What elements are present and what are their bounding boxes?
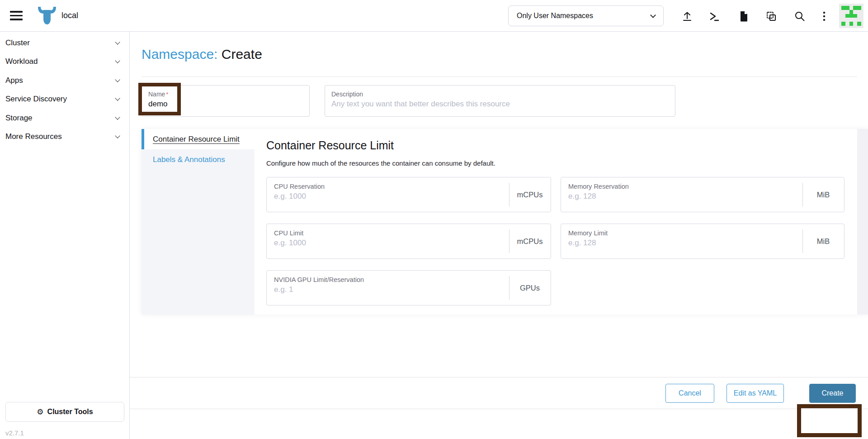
tab-labels-annotations[interactable]: Labels & Annotations [142,149,255,170]
sidebar-item-storage[interactable]: Storage [0,109,129,127]
sidebar-nav: ClusterWorkloadAppsService DiscoveryStor… [0,32,130,439]
edit-as-yaml-button[interactable]: Edit as YAML [726,384,784,403]
memory-reservation-input[interactable]: Memory Reservatione.g. 128MiB [561,177,844,212]
sidebar-item-label: More Resources [5,132,116,141]
field-placeholder: e.g. 128 [568,192,795,201]
field-placeholder: e.g. 128 [568,239,795,248]
cluster-tools-label: Cluster Tools [47,408,93,416]
top-bar: local Only User Namespaces [0,0,868,32]
chevron-down-icon [115,95,120,100]
docs-icon[interactable] [738,10,750,22]
sidebar-item-label: Workload [5,57,116,66]
title-divider [142,76,857,77]
name-input[interactable]: Name* demo [142,85,310,117]
user-avatar[interactable] [839,4,863,28]
field-placeholder: e.g. 1 [274,285,502,294]
chevron-down-icon [115,115,120,119]
nvidia-gpu-limit-reservation-input[interactable]: NVIDIA GPU Limit/Reservatione.g. 1GPUs [266,270,551,305]
description-placeholder: Any text you want that better describes … [331,100,669,109]
field-label: CPU Reservation [274,183,502,190]
upload-icon[interactable] [681,10,693,22]
page-title: Namespace: Create [142,47,262,62]
name-label: Name* [148,91,303,98]
cluster-name[interactable]: local [61,11,78,20]
page-title-resource-link[interactable]: Namespace: [142,47,217,62]
sidebar-item-service-discovery[interactable]: Service Discovery [0,90,129,109]
kubectl-shell-icon[interactable] [708,10,720,22]
cancel-button[interactable]: Cancel [665,384,714,403]
field-label: CPU Limit [274,229,502,237]
import-yaml-icon[interactable] [765,10,777,22]
description-label: Description [331,91,669,98]
footer-divider [130,377,868,377]
cluster-tools-button[interactable]: ⚙ Cluster Tools [5,402,124,422]
sidebar-item-more-resources[interactable]: More Resources [0,128,129,146]
chevron-down-icon [115,133,120,138]
chevron-down-icon [115,58,120,63]
required-asterisk: * [166,91,168,98]
resource-fields-grid: CPU Reservatione.g. 1000mCPUsMemory Rese… [266,177,857,305]
hamburger-menu-icon[interactable] [10,11,23,21]
main-content: Namespace: Create Name* demo Description… [130,32,868,439]
unit-suffix: MiB [802,177,844,212]
sidebar-item-label: Service Discovery [5,95,116,104]
rancher-logo-icon [37,6,57,25]
unit-suffix: MiB [802,224,844,258]
field-placeholder: e.g. 1000 [274,192,502,201]
sidebar-item-workload[interactable]: Workload [0,52,129,71]
unit-suffix: mCPUs [509,177,551,212]
unit-suffix: mCPUs [509,224,551,258]
rancher-app: local Only User Namespaces [0,0,868,439]
sidebar-item-label: Storage [5,114,116,123]
unit-suffix: GPUs [509,271,551,305]
sidebar-item-label: Cluster [5,38,116,48]
chevron-down-icon [650,12,656,18]
field-placeholder: e.g. 1000 [274,239,502,248]
namespace-filter-value: Only User Namespaces [517,12,651,20]
tab-list: Container Resource LimitLabels & Annotat… [142,129,255,315]
chevron-down-icon [115,77,120,82]
sidebar-item-cluster[interactable]: Cluster [0,33,129,52]
sidebar-item-label: Apps [5,76,116,85]
tab-container-resource-limit[interactable]: Container Resource Limit [142,129,255,149]
section-heading: Container Resource Limit [266,139,857,152]
kebab-menu-icon[interactable] [820,10,829,22]
version-label: v2.7.1 [5,429,24,437]
cpu-limit-input[interactable]: CPU Limite.g. 1000mCPUs [266,224,551,259]
namespace-filter-dropdown[interactable]: Only User Namespaces [508,5,664,26]
search-icon[interactable] [794,10,806,22]
sidebar-item-apps[interactable]: Apps [0,71,129,90]
page-title-action: Create [222,47,262,62]
tabbed-section: Container Resource LimitLabels & Annotat… [142,129,868,315]
section-description: Configure how much of the resources the … [266,159,857,167]
gear-icon: ⚙ [37,407,43,416]
name-value: demo [148,100,303,109]
footer-divider [130,409,868,409]
cpu-reservation-input[interactable]: CPU Reservatione.g. 1000mCPUs [266,177,551,212]
field-label: Memory Limit [568,229,795,237]
field-label: Memory Reservation [568,183,795,190]
description-input[interactable]: Description Any text you want that bette… [325,85,675,117]
tab-panel: Container Resource Limit Configure how m… [255,129,857,315]
chevron-down-icon [115,39,120,44]
field-label: NVIDIA GPU Limit/Reservation [274,276,502,283]
create-button[interactable]: Create [809,384,856,403]
memory-limit-input[interactable]: Memory Limite.g. 128MiB [561,224,844,259]
